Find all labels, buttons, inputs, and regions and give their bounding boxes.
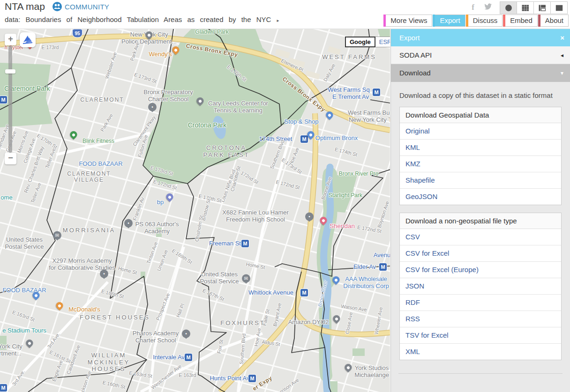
- community-badge[interactable]: COMMUNITY: [52, 2, 109, 11]
- basemap-esri-button[interactable]: ESRI: [375, 37, 390, 47]
- basemap-google-button[interactable]: Google: [345, 37, 375, 47]
- twitter-icon[interactable]: [484, 3, 492, 12]
- table-row: TSV for Excel: [400, 327, 561, 344]
- map-canvas[interactable]: h SysterE 173rdNew York City Police Depa…: [0, 29, 390, 392]
- school-marker[interactable]: •: [182, 330, 190, 338]
- download-section[interactable]: Download ▾: [391, 64, 570, 82]
- breadcrumb-text: data: Boundaries of Neighborhood Tabulat…: [5, 15, 271, 23]
- subway-hunts-point-av[interactable]: M: [248, 375, 256, 382]
- embed-button[interactable]: Embed: [505, 15, 538, 27]
- table-row: CSV for Excel: [400, 245, 561, 262]
- table-row: GeoJSON: [400, 189, 561, 205]
- expanded-arrow-icon: ▾: [561, 64, 563, 82]
- map-pan-tool-button[interactable]: [20, 32, 36, 47]
- zoom-slider-handle[interactable]: [5, 69, 15, 74]
- table-row: CSV: [400, 229, 561, 245]
- button-stripe: [466, 15, 468, 27]
- school-marker[interactable]: •: [124, 219, 133, 228]
- button-stripe: [383, 15, 386, 27]
- download-rss-link[interactable]: RSS: [405, 315, 420, 323]
- collapsed-arrow-icon: ◂: [561, 46, 563, 64]
- download-xml-link[interactable]: XML: [405, 348, 420, 355]
- layout-view-button[interactable]: [533, 1, 551, 14]
- subway-left-edge[interactable]: M: [0, 96, 7, 104]
- grid-view-button[interactable]: [517, 1, 534, 14]
- page-header: NTA map COMMUNITY f data: Boundaries of …: [0, 0, 570, 29]
- subway-bottom-left[interactable]: M: [0, 384, 7, 392]
- community-label: COMMUNITY: [65, 3, 109, 11]
- view-switcher: [500, 1, 568, 14]
- export-panel-header: Export ×: [391, 29, 570, 46]
- export-panel-title: Export: [399, 34, 420, 42]
- basemap-toggle: Google ESRI: [345, 37, 390, 47]
- download-description: Download a copy of this dataset in a sta…: [399, 91, 562, 99]
- page-title: NTA map: [5, 1, 45, 12]
- download-json-link[interactable]: JSON: [405, 282, 424, 290]
- export-button[interactable]: Export: [435, 15, 465, 27]
- button-stripe: [433, 15, 435, 27]
- download-section-label: Download: [399, 69, 431, 77]
- button-stripe: [538, 15, 540, 27]
- table-row: KML: [400, 140, 561, 156]
- basemap-graphics: [0, 29, 390, 392]
- subway-elder-av[interactable]: M: [379, 263, 387, 271]
- download-csv-link[interactable]: CSV: [405, 233, 420, 241]
- discuss-button[interactable]: Discuss: [468, 15, 503, 27]
- subway-intervale-av[interactable]: M: [185, 354, 192, 361]
- postal-marker[interactable]: ✉: [53, 231, 61, 240]
- table-row: JSON: [400, 278, 561, 295]
- soda-api-label: SODA API: [399, 51, 432, 59]
- zoom-out-button[interactable]: −: [5, 153, 16, 164]
- page-view-button[interactable]: [550, 1, 568, 14]
- social-icons: f: [469, 3, 492, 12]
- subway-174th-st[interactable]: M: [300, 135, 308, 143]
- subway-whitlock-av[interactable]: M: [300, 289, 308, 296]
- close-icon[interactable]: ×: [560, 29, 564, 46]
- table-row: Original: [400, 123, 561, 140]
- download-tsv-for-excel-link[interactable]: TSV for Excel: [405, 331, 449, 339]
- header-action-buttons: More ViewsExportDiscussEmbedAbout: [383, 15, 569, 27]
- zoom-in-button[interactable]: +: [5, 34, 16, 45]
- download-csv-for-excel-link[interactable]: CSV for Excel: [405, 249, 449, 257]
- download-kml-link[interactable]: KML: [405, 143, 420, 151]
- table-row: Shapefile: [400, 172, 561, 189]
- about-button[interactable]: About: [540, 15, 569, 27]
- download-rdf-link[interactable]: RDF: [405, 298, 420, 306]
- community-icon: [52, 2, 62, 11]
- download-kmz-link[interactable]: KMZ: [405, 160, 420, 168]
- subway-west-farms-sq[interactable]: M: [373, 89, 380, 96]
- geospatial-table-header: Download Geospatial Data: [400, 107, 561, 123]
- postal-marker[interactable]: ✉: [242, 274, 250, 283]
- table-row: KMZ: [400, 156, 561, 172]
- non-geospatial-download-table: Download a non-geospatial file type CSVC…: [399, 213, 562, 360]
- school-marker[interactable]: •: [100, 270, 108, 278]
- download-original-link[interactable]: Original: [405, 127, 430, 135]
- table-row: RSS: [400, 311, 561, 327]
- download-shapefile-link[interactable]: Shapefile: [405, 176, 435, 184]
- table-row: CSV for Excel (Europe): [400, 262, 561, 278]
- map-view-button[interactable]: [500, 1, 517, 14]
- table-row: XML: [400, 344, 561, 360]
- non-geospatial-table-header: Download a non-geospatial file type: [400, 213, 561, 229]
- panel-divider: [398, 373, 562, 374]
- i95-shield[interactable]: 95: [72, 29, 82, 38]
- crane-icon: [22, 35, 33, 45]
- geospatial-download-table: Download Geospatial Data OriginalKMLKMZS…: [399, 107, 562, 205]
- breadcrumb-expander-icon[interactable]: ▸: [277, 18, 279, 23]
- facebook-icon[interactable]: f: [469, 3, 477, 12]
- table-row: RDF: [400, 295, 561, 311]
- school-marker[interactable]: •: [305, 213, 314, 221]
- zoom-slider-track[interactable]: [8, 46, 12, 153]
- download-geojson-link[interactable]: GeoJSON: [405, 192, 437, 200]
- button-stripe: [503, 15, 505, 27]
- more-views-button[interactable]: More Views: [386, 15, 432, 27]
- dataset-breadcrumb: data: Boundaries of Neighborhood Tabulat…: [5, 15, 279, 23]
- subway-freeman-st[interactable]: M: [241, 240, 249, 247]
- school-marker[interactable]: •: [148, 103, 157, 111]
- soda-api-section[interactable]: SODA API ◂: [391, 46, 570, 64]
- download-csv-for-excel-europe--link[interactable]: CSV for Excel (Europe): [405, 266, 479, 274]
- export-panel: Export × SODA API ◂ Download ▾ Download …: [390, 29, 570, 392]
